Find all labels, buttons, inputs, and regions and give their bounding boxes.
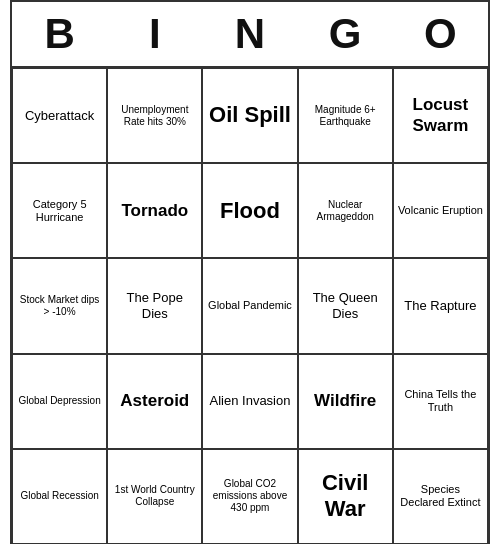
bingo-header: BINGO xyxy=(12,2,488,68)
bingo-letter-g: G xyxy=(298,10,393,58)
bingo-cell-19: China Tells the Truth xyxy=(393,354,488,449)
bingo-cell-18: Wildfire xyxy=(298,354,393,449)
bingo-cell-20: Global Recession xyxy=(12,449,107,544)
bingo-cell-11: The Pope Dies xyxy=(107,258,202,353)
bingo-cell-3: Magnitude 6+ Earthquake xyxy=(298,68,393,163)
bingo-cell-21: 1st World Country Collapse xyxy=(107,449,202,544)
bingo-cell-15: Global Depression xyxy=(12,354,107,449)
bingo-card: BINGO CyberattackUnemployment Rate hits … xyxy=(10,0,490,544)
bingo-cell-23: Civil War xyxy=(298,449,393,544)
bingo-cell-8: Nuclear Armageddon xyxy=(298,163,393,258)
bingo-letter-o: O xyxy=(393,10,488,58)
bingo-letter-n: N xyxy=(202,10,297,58)
bingo-cell-17: Alien Invasion xyxy=(202,354,297,449)
bingo-cell-5: Category 5 Hurricane xyxy=(12,163,107,258)
bingo-cell-9: Volcanic Eruption xyxy=(393,163,488,258)
bingo-cell-12: Global Pandemic xyxy=(202,258,297,353)
bingo-letter-b: B xyxy=(12,10,107,58)
bingo-cell-1: Unemployment Rate hits 30% xyxy=(107,68,202,163)
bingo-cell-16: Asteroid xyxy=(107,354,202,449)
bingo-cell-6: Tornado xyxy=(107,163,202,258)
bingo-cell-2: Oil Spill xyxy=(202,68,297,163)
bingo-cell-13: The Queen Dies xyxy=(298,258,393,353)
bingo-letter-i: I xyxy=(107,10,202,58)
bingo-cell-24: Species Declared Extinct xyxy=(393,449,488,544)
bingo-cell-22: Global CO2 emissions above 430 ppm xyxy=(202,449,297,544)
bingo-cell-14: The Rapture xyxy=(393,258,488,353)
bingo-cell-4: Locust Swarm xyxy=(393,68,488,163)
bingo-cell-10: Stock Market dips > -10% xyxy=(12,258,107,353)
bingo-grid: CyberattackUnemployment Rate hits 30%Oil… xyxy=(12,68,488,544)
bingo-cell-7: Flood xyxy=(202,163,297,258)
bingo-cell-0: Cyberattack xyxy=(12,68,107,163)
